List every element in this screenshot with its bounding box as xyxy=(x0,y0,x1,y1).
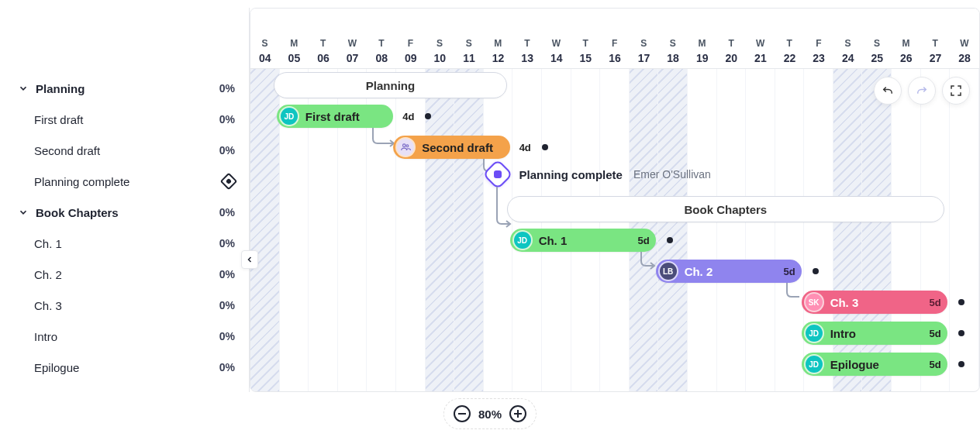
day-of-week: F xyxy=(600,38,630,49)
svg-point-0 xyxy=(403,144,406,147)
status-dot-icon xyxy=(667,237,673,243)
summary-bar-chapters[interactable]: Book Chapters xyxy=(507,196,944,222)
status-dot-icon xyxy=(542,144,548,150)
task-progress: 0% xyxy=(219,299,235,311)
group-progress: 0% xyxy=(219,206,235,218)
task-list-sidebar: Planning 0% First draft 0% Second draft … xyxy=(0,8,250,392)
status-dot-icon xyxy=(425,113,431,119)
day-of-month: 11 xyxy=(454,52,484,64)
milestone-icon xyxy=(220,173,238,191)
task-title: Intro xyxy=(830,327,856,340)
task-progress: 0% xyxy=(219,330,235,342)
task-progress: 0% xyxy=(219,268,235,280)
day-of-week: T xyxy=(921,38,951,49)
day-of-week: W xyxy=(542,38,571,49)
svg-point-1 xyxy=(406,145,409,147)
day-of-week: T xyxy=(367,38,396,49)
timeline-header: SMTWTFSSMTWTFSSMTWTFSSMTW 04050607080910… xyxy=(250,9,979,69)
zoom-in-button[interactable] xyxy=(509,405,526,422)
fullscreen-button[interactable] xyxy=(942,77,970,105)
milestone-diamond-icon xyxy=(482,159,513,190)
task-progress: 0% xyxy=(219,361,235,373)
task-title: Ch. 3 xyxy=(830,296,859,309)
task-row-intro[interactable]: Intro 0% xyxy=(0,321,249,352)
task-row-epilogue[interactable]: Epilogue 0% xyxy=(0,352,249,383)
group-label: Planning xyxy=(36,82,85,95)
avatar-icon: JD xyxy=(281,108,298,125)
day-of-month: 05 xyxy=(280,52,309,64)
summary-label: Book Chapters xyxy=(685,203,768,216)
status-dot-icon xyxy=(958,361,964,367)
day-of-month: 27 xyxy=(921,52,951,64)
task-progress: 0% xyxy=(219,113,235,126)
task-label: Planning complete xyxy=(17,175,129,188)
day-of-week: M xyxy=(484,38,513,49)
status-dot-icon xyxy=(958,330,964,336)
day-of-week: M xyxy=(280,38,309,49)
task-bar-intro[interactable]: JD Intro 5d xyxy=(802,322,947,345)
summary-bar-planning[interactable]: Planning xyxy=(274,72,507,98)
day-of-week: F xyxy=(804,38,833,49)
task-bar-ch3[interactable]: SK Ch. 3 5d xyxy=(802,291,947,314)
day-of-month: 04 xyxy=(250,52,280,64)
day-of-month: 26 xyxy=(892,52,921,64)
day-of-month: 21 xyxy=(746,52,775,64)
day-of-month: 07 xyxy=(338,52,368,64)
day-of-week: S xyxy=(658,38,688,49)
day-of-week: W xyxy=(746,38,775,49)
task-bar-epilogue[interactable]: JD Epilogue 5d xyxy=(802,353,947,376)
day-of-week: F xyxy=(396,38,426,49)
day-of-week: T xyxy=(775,38,805,49)
day-of-week: S xyxy=(833,38,863,49)
gantt-chart: SMTWTFSSMTWTFSSMTWTFSSMTW 04050607080910… xyxy=(250,8,980,392)
day-of-week: S xyxy=(862,38,892,49)
day-of-month: 28 xyxy=(950,52,979,64)
task-bar-ch2[interactable]: LB Ch. 2 5d xyxy=(656,260,802,283)
day-of-month: 09 xyxy=(396,52,426,64)
task-title: Ch. 1 xyxy=(539,234,568,247)
task-label: Ch. 3 xyxy=(17,299,62,312)
day-of-month: 16 xyxy=(600,52,630,64)
avatar-icon: LB xyxy=(660,263,677,280)
day-of-month: 25 xyxy=(862,52,892,64)
redo-button[interactable] xyxy=(908,77,936,105)
task-row-first-draft[interactable]: First draft 0% xyxy=(0,104,249,135)
task-label: Epilogue xyxy=(17,361,79,374)
day-of-week: S xyxy=(250,38,280,49)
task-row-ch1[interactable]: Ch. 1 0% xyxy=(0,228,249,259)
task-row-ch3[interactable]: Ch. 3 0% xyxy=(0,290,249,321)
task-row-planning-complete[interactable]: Planning complete xyxy=(0,166,249,197)
day-of-month: 19 xyxy=(688,52,717,64)
task-bar-ch1[interactable]: JD Ch. 1 5d xyxy=(510,229,656,252)
duration-label: 5d xyxy=(929,328,940,339)
day-of-week: M xyxy=(892,38,921,49)
avatar-icon: JD xyxy=(806,325,823,342)
day-of-month: 23 xyxy=(804,52,833,64)
duration-label: 5d xyxy=(637,235,649,246)
day-of-week: T xyxy=(717,38,747,49)
undo-button[interactable] xyxy=(874,77,902,105)
task-label: Ch. 1 xyxy=(17,237,62,250)
day-of-week: W xyxy=(338,38,368,49)
task-bar-second-draft[interactable]: Second draft xyxy=(393,136,509,159)
milestone-planning-complete[interactable]: Planning complete Emer O'Sullivan xyxy=(487,163,711,185)
chevron-down-icon xyxy=(17,206,29,218)
avatar-icon: SK xyxy=(806,294,823,311)
day-of-month: 12 xyxy=(484,52,513,64)
task-progress: 0% xyxy=(219,237,235,249)
task-row-ch2[interactable]: Ch. 2 0% xyxy=(0,259,249,290)
avatar-icon: JD xyxy=(806,356,823,373)
group-label: Book Chapters xyxy=(36,206,119,219)
day-of-week: T xyxy=(571,38,601,49)
zoom-out-button[interactable] xyxy=(454,405,471,422)
task-bar-first-draft[interactable]: JD First draft xyxy=(277,105,393,128)
duration-label: 4d xyxy=(519,142,531,153)
summary-label: Planning xyxy=(366,79,415,92)
collapse-sidebar-button[interactable] xyxy=(241,250,258,269)
task-row-second-draft[interactable]: Second draft 0% xyxy=(0,135,249,166)
day-of-week: M xyxy=(688,38,717,49)
task-title: First draft xyxy=(305,110,360,123)
group-row-chapters[interactable]: Book Chapters 0% xyxy=(0,197,249,228)
group-row-planning[interactable]: Planning 0% xyxy=(0,73,249,104)
day-of-week: T xyxy=(309,38,338,49)
